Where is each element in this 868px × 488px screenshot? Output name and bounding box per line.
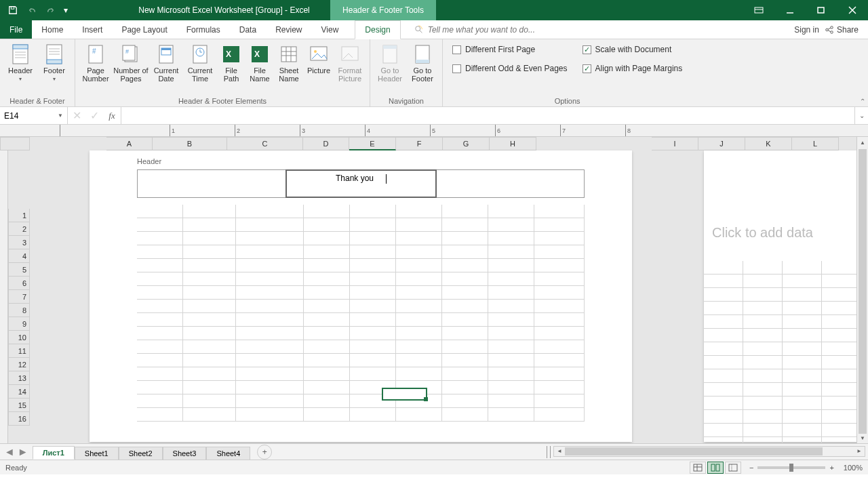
tab-formulas[interactable]: Formulas <box>177 20 230 39</box>
col-header-F[interactable]: F <box>396 137 443 150</box>
enter-formula-icon[interactable]: ✓ <box>88 109 100 122</box>
header-button[interactable]: Header▾ <box>4 41 37 82</box>
tab-home[interactable]: Home <box>32 20 73 39</box>
number-of-pages-button[interactable]: #Number of Pages <box>113 41 149 83</box>
row-header-14[interactable]: 14 <box>8 385 30 399</box>
sheet-tab-Sheet4[interactable]: Sheet4 <box>206 447 250 460</box>
share-button[interactable]: Share <box>825 25 859 35</box>
zoom-level[interactable]: 100% <box>844 464 863 472</box>
tab-insert[interactable]: Insert <box>73 20 112 39</box>
col-header-D[interactable]: D <box>303 137 349 150</box>
hscroll-thumb[interactable] <box>565 447 823 455</box>
row-header-9[interactable]: 9 <box>8 317 30 331</box>
select-all-corner[interactable] <box>0 137 30 150</box>
scrollbar-thumb[interactable] <box>859 149 867 434</box>
row-header-15[interactable]: 15 <box>8 399 30 412</box>
zoom-out-button[interactable]: − <box>749 464 753 472</box>
picture-button[interactable]: Picture <box>304 41 333 75</box>
cell-grid[interactable] <box>137 205 585 422</box>
sheet-name-button[interactable]: Sheet Name <box>275 41 303 83</box>
col-header-B[interactable]: B <box>153 137 227 150</box>
tab-review[interactable]: Review <box>266 20 311 39</box>
sheet-nav-arrows[interactable]: ◄► <box>0 446 33 458</box>
row-header-3[interactable]: 3 <box>8 236 30 249</box>
row-header-2[interactable]: 2 <box>8 222 30 236</box>
sheet-tab-Sheet1[interactable]: Sheet1 <box>75 447 119 460</box>
redo-icon[interactable] <box>42 1 60 19</box>
row-header-12[interactable]: 12 <box>8 358 30 371</box>
col-header-K[interactable]: K <box>745 137 792 150</box>
column-headers[interactable]: ABCDEFGHIJKL <box>0 137 868 150</box>
current-date-button[interactable]: Current Date <box>150 41 182 83</box>
scale-with-document-checkbox[interactable]: Scale with Document <box>583 45 683 54</box>
col-header-L[interactable]: L <box>792 137 839 150</box>
row-header-7[interactable]: 7 <box>8 290 30 304</box>
normal-view-button[interactable] <box>690 462 706 474</box>
row-header-10[interactable]: 10 <box>8 331 30 344</box>
qat-customize-icon[interactable]: ▾ <box>61 1 71 19</box>
row-header-6[interactable]: 6 <box>8 277 30 290</box>
scroll-down-icon[interactable]: ▼ <box>857 432 868 443</box>
header-right-cell[interactable] <box>436 170 584 197</box>
expand-formula-bar-icon[interactable]: ⌄ <box>854 107 868 124</box>
insert-function-icon[interactable]: fx <box>106 110 118 121</box>
col-header-J[interactable]: J <box>698 137 745 150</box>
row-header-4[interactable]: 4 <box>8 249 30 263</box>
col-header-E[interactable]: E <box>349 137 396 150</box>
row-header-13[interactable]: 13 <box>8 371 30 385</box>
col-header-C[interactable]: C <box>227 137 303 150</box>
footer-button[interactable]: Footer▾ <box>38 41 71 82</box>
page-break-view-button[interactable] <box>725 462 741 474</box>
maximize-icon[interactable] <box>806 0 837 20</box>
zoom-in-button[interactable]: + <box>829 464 833 472</box>
scroll-right-icon[interactable]: ► <box>854 448 865 454</box>
scroll-left-icon[interactable]: ◄ <box>554 448 565 454</box>
row-header-11[interactable]: 11 <box>8 344 30 358</box>
save-icon[interactable] <box>4 1 22 19</box>
tab-page-layout[interactable]: Page Layout <box>112 20 176 39</box>
prev-sheet-icon[interactable]: ◄ <box>4 446 15 458</box>
vertical-scrollbar[interactable]: ▲ ▼ <box>856 137 868 443</box>
formula-input[interactable] <box>121 107 854 124</box>
sheet-tab-Sheet2[interactable]: Sheet2 <box>119 447 163 460</box>
collapse-ribbon-icon[interactable]: ⌃ <box>860 98 865 105</box>
name-box[interactable]: E14▼ <box>0 107 68 124</box>
cancel-formula-icon[interactable]: ✕ <box>71 109 83 122</box>
undo-icon[interactable] <box>23 1 41 19</box>
file-path-button[interactable]: XFile Path <box>218 41 245 83</box>
different-first-page-checkbox[interactable]: Different First Page <box>452 45 568 54</box>
sheet-tab-Лист1[interactable]: Лист1 <box>33 446 75 460</box>
tab-file[interactable]: File <box>0 20 32 39</box>
page-number-button[interactable]: #Page Number <box>79 41 112 83</box>
file-name-button[interactable]: XFile Name <box>246 41 273 83</box>
different-odd-even-checkbox[interactable]: Different Odd & Even Pages <box>452 64 568 73</box>
add-data-placeholder[interactable]: Click to add data <box>704 198 868 241</box>
tab-scroll-split[interactable] <box>547 446 551 458</box>
col-header-A[interactable]: A <box>106 137 153 150</box>
ribbon-display-icon[interactable] <box>743 0 774 20</box>
close-icon[interactable] <box>837 0 868 20</box>
zoom-slider[interactable] <box>757 466 825 469</box>
header-center-cell[interactable]: Thank you <box>285 169 436 198</box>
col-header-H[interactable]: H <box>490 137 536 150</box>
header-left-cell[interactable] <box>138 170 286 197</box>
row-header-5[interactable]: 5 <box>8 263 30 277</box>
page-layout-view-button[interactable] <box>707 462 724 474</box>
horizontal-scrollbar[interactable]: ◄ ► <box>553 446 865 457</box>
add-sheet-button[interactable]: + <box>257 445 272 460</box>
next-sheet-icon[interactable]: ► <box>18 446 28 458</box>
row-header-16[interactable]: 16 <box>8 412 30 426</box>
cell-grid-2[interactable] <box>704 261 868 443</box>
tab-design[interactable]: Design <box>355 20 400 39</box>
align-page-margins-checkbox[interactable]: Align with Page Margins <box>583 64 683 73</box>
tab-view[interactable]: View <box>312 20 349 39</box>
minimize-icon[interactable] <box>774 0 806 20</box>
tab-data[interactable]: Data <box>230 20 266 39</box>
current-time-button[interactable]: Current Time <box>184 41 216 83</box>
tell-me-search[interactable]: Tell me what you want to do... <box>401 20 795 39</box>
col-header-I[interactable]: I <box>652 137 698 150</box>
col-header-G[interactable]: G <box>443 137 490 150</box>
sheet-tab-Sheet3[interactable]: Sheet3 <box>163 447 207 460</box>
row-headers[interactable]: 12345678910111213141516 <box>8 209 30 443</box>
sign-in-link[interactable]: Sign in <box>794 25 819 35</box>
